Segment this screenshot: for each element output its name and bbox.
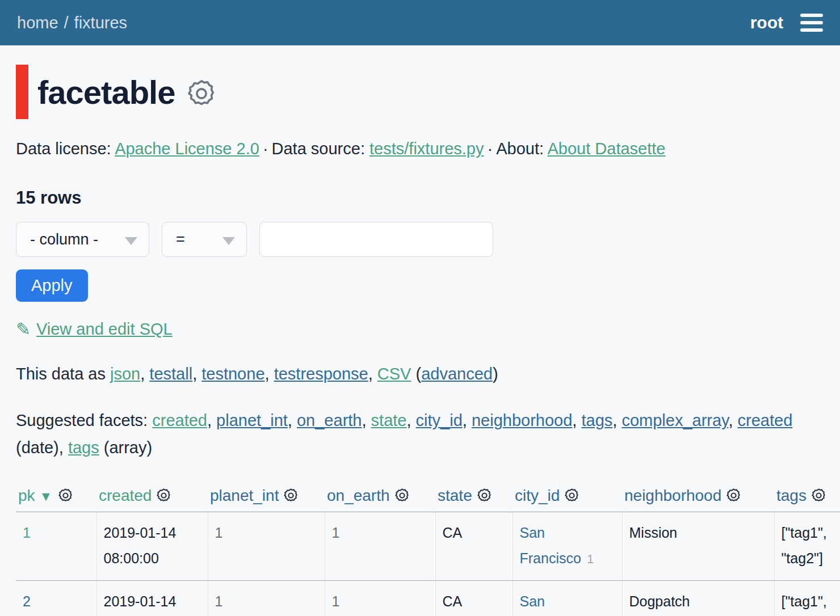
cell-created: 2019-01-14 08:00:00 (96, 512, 208, 580)
column-menu-gear-icon[interactable] (156, 488, 171, 503)
sql-link-row: ✎ View and edit SQL (16, 319, 824, 340)
column-header-pk: pk▼ (16, 483, 96, 512)
export-links-line: This data as json, testall, testnone, te… (16, 365, 824, 383)
facet-link-state[interactable]: state (371, 411, 407, 429)
column-header-city-id: city_id (513, 483, 622, 512)
column-header-neighborhood: neighborhood (622, 483, 774, 512)
cell-state: CA (435, 580, 513, 616)
sort-on-earth-link[interactable]: on_earth (327, 487, 390, 504)
logged-in-user[interactable]: root (750, 13, 783, 32)
filter-column-value: - column - (30, 231, 98, 248)
cell-state: CA (435, 512, 513, 580)
breadcrumb: home/fixtures (17, 14, 127, 32)
export-prefix: This data as (16, 365, 110, 383)
license-label: Data license: (16, 140, 111, 158)
column-header-on-earth: on_earth (325, 483, 435, 512)
facet-link-on-earth[interactable]: on_earth (297, 411, 362, 429)
facet-link-planet-int[interactable]: planet_int (216, 411, 288, 429)
cell-neighborhood: Dogpatch (622, 580, 774, 616)
filter-row: - column - = (16, 222, 824, 257)
about-link[interactable]: About Datasette (547, 140, 665, 158)
sort-planet-int-link[interactable]: planet_int (210, 487, 279, 504)
filter-operator-select[interactable]: = (162, 222, 247, 257)
sort-city-id-link[interactable]: city_id (515, 487, 560, 504)
page-title: facetable (37, 73, 175, 111)
facet-link-created[interactable]: created (152, 411, 207, 429)
cell-tags: ["tag1", "tag3"] (774, 580, 840, 616)
about-label: About: (496, 140, 544, 158)
hamburger-menu-icon[interactable] (800, 14, 823, 32)
facet-link-created-date[interactable]: created (738, 411, 793, 429)
row-pk-link[interactable]: 1 (23, 525, 31, 541)
column-menu-gear-icon[interactable] (283, 488, 299, 503)
filter-column-select[interactable]: - column - (16, 222, 149, 257)
cell-planet-int: 1 (208, 580, 325, 616)
column-menu-gear-icon[interactable] (394, 488, 410, 503)
metadata-separator: · (263, 140, 268, 158)
cell-city-id: San Francisco1 (513, 580, 622, 616)
cell-pk: 2 (16, 580, 96, 616)
row-count-heading: 15 rows (16, 188, 824, 208)
cell-neighborhood: Mission (622, 512, 774, 580)
cell-on-earth: 1 (325, 580, 435, 616)
city-link[interactable]: San Francisco (520, 525, 581, 566)
export-link-json[interactable]: json (110, 365, 140, 383)
breadcrumb-separator: / (64, 14, 69, 32)
chevron-down-icon (222, 237, 235, 245)
cell-created: 2019-01-14 08:00:00 (96, 580, 208, 616)
title-accent-bar (16, 65, 28, 119)
column-header-tags: tags (774, 483, 840, 512)
pencil-icon: ✎ (16, 319, 31, 340)
sort-created-link[interactable]: created (99, 487, 152, 504)
filter-operator-value: = (176, 231, 185, 248)
top-nav-bar: home/fixtures root (0, 0, 840, 45)
column-menu-gear-icon[interactable] (477, 488, 492, 503)
metadata-line: Data license: Apache License 2.0·Data so… (16, 140, 824, 158)
export-link-advanced[interactable]: advanced (421, 365, 493, 383)
table-row: 1 2019-01-14 08:00:00 1 1 CA San Francis… (16, 512, 840, 580)
source-link[interactable]: tests/fixtures.py (369, 140, 484, 158)
column-header-state: state (435, 483, 513, 512)
chevron-down-icon (125, 237, 137, 245)
column-menu-gear-icon[interactable] (811, 488, 826, 503)
facet-link-tags-array[interactable]: tags (68, 438, 99, 457)
column-menu-gear-icon[interactable] (726, 488, 741, 503)
raw-city-id: 1 (587, 552, 594, 566)
facets-prefix: Suggested facets: (16, 411, 152, 429)
export-link-testnone[interactable]: testnone (201, 365, 264, 383)
apply-button[interactable]: Apply (16, 269, 88, 302)
source-label: Data source: (272, 140, 365, 158)
sort-tags-link[interactable]: tags (776, 487, 807, 504)
page-title-row: facetable (16, 65, 824, 119)
table-settings-gear-icon[interactable] (186, 78, 217, 109)
results-table: pk▼ created planet_int on_earth state (16, 483, 840, 616)
sort-neighborhood-link[interactable]: neighborhood (624, 487, 721, 504)
sort-pk-link[interactable]: pk (18, 487, 35, 504)
facet-link-city-id[interactable]: city_id (416, 411, 463, 429)
breadcrumb-home-link[interactable]: home (17, 14, 58, 32)
column-menu-gear-icon[interactable] (564, 488, 579, 503)
sort-state-link[interactable]: state (438, 487, 472, 504)
row-pk-link[interactable]: 2 (23, 593, 31, 609)
license-link[interactable]: Apache License 2.0 (115, 140, 259, 158)
cell-tags: ["tag1", "tag2"] (774, 512, 840, 580)
facet-link-tags[interactable]: tags (581, 411, 612, 429)
facet-link-complex-array[interactable]: complex_array (621, 411, 728, 429)
breadcrumb-database-link[interactable]: fixtures (74, 14, 127, 32)
export-link-testresponse[interactable]: testresponse (274, 365, 368, 383)
export-link-testall[interactable]: testall (149, 365, 192, 383)
column-header-created: created (96, 483, 208, 512)
view-edit-sql-link[interactable]: View and edit SQL (36, 320, 173, 339)
column-header-planet-int: planet_int (208, 483, 325, 512)
sort-desc-icon: ▼ (40, 489, 53, 504)
facet-link-neighborhood[interactable]: neighborhood (472, 411, 572, 429)
results-table-wrapper: pk▼ created planet_int on_earth state (16, 483, 840, 616)
metadata-separator: · (488, 140, 493, 158)
city-link[interactable]: San Francisco (520, 593, 581, 616)
column-menu-gear-icon[interactable] (58, 488, 73, 503)
export-link-csv[interactable]: CSV (377, 365, 411, 383)
cell-pk: 1 (16, 512, 96, 580)
filter-value-input[interactable] (259, 222, 493, 257)
cell-planet-int: 1 (208, 512, 325, 580)
cell-city-id: San Francisco1 (513, 512, 622, 580)
